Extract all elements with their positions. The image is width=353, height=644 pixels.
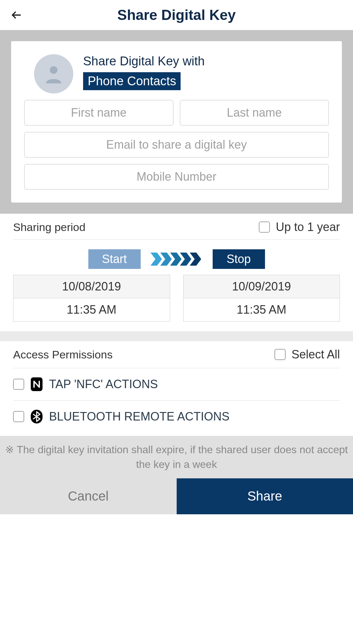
first-name-input[interactable] bbox=[24, 100, 173, 125]
bluetooth-label: BLUETOOTH REMOTE ACTIONS bbox=[49, 410, 229, 423]
cancel-button[interactable]: Cancel bbox=[0, 478, 177, 514]
share-with-label: Share Digital Key with bbox=[83, 54, 205, 68]
stop-button[interactable]: Stop bbox=[213, 249, 265, 269]
svg-marker-6 bbox=[190, 253, 201, 266]
phone-contacts-button[interactable]: Phone Contacts bbox=[83, 72, 181, 90]
sharing-period-section: Sharing period Up to 1 year Start Stop 1… bbox=[0, 214, 353, 331]
stop-datetime[interactable]: 10/09/2019 11:35 AM bbox=[183, 275, 340, 322]
share-button[interactable]: Share bbox=[177, 478, 353, 514]
start-date[interactable]: 10/08/2019 bbox=[13, 275, 170, 298]
back-arrow-icon bbox=[10, 9, 22, 21]
header: Share Digital Key bbox=[0, 0, 353, 30]
svg-marker-2 bbox=[150, 253, 162, 266]
disclaimer-text: ※ The digital key invitation shall expir… bbox=[0, 436, 353, 478]
last-name-input[interactable] bbox=[180, 100, 329, 125]
stop-date[interactable]: 10/09/2019 bbox=[184, 275, 340, 298]
back-button[interactable] bbox=[10, 8, 23, 22]
bluetooth-icon bbox=[30, 410, 43, 423]
select-all-label: Select All bbox=[291, 348, 340, 361]
person-icon bbox=[42, 62, 65, 85]
up-to-year-label: Up to 1 year bbox=[276, 220, 340, 234]
avatar bbox=[34, 54, 73, 93]
nfc-permission-row: TAP 'NFC' ACTIONS bbox=[13, 368, 340, 400]
bluetooth-checkbox[interactable] bbox=[13, 411, 24, 422]
svg-marker-5 bbox=[180, 253, 191, 266]
permissions-section: Access Permissions Select All TAP 'NFC' … bbox=[0, 341, 353, 436]
nfc-icon bbox=[30, 378, 43, 391]
start-time[interactable]: 11:35 AM bbox=[13, 298, 170, 321]
up-to-year-checkbox[interactable] bbox=[259, 222, 270, 233]
contact-section: Share Digital Key with Phone Contacts bbox=[0, 30, 353, 214]
nfc-checkbox[interactable] bbox=[13, 379, 24, 390]
sharing-period-label: Sharing period bbox=[13, 221, 85, 234]
chevron-arrows-icon bbox=[150, 253, 203, 266]
permissions-label: Access Permissions bbox=[13, 348, 113, 361]
email-input[interactable] bbox=[24, 132, 329, 157]
svg-point-1 bbox=[50, 66, 57, 74]
start-button[interactable]: Start bbox=[88, 249, 141, 269]
bottom-buttons: Cancel Share bbox=[0, 478, 353, 514]
select-all-checkbox[interactable] bbox=[274, 349, 286, 360]
mobile-input[interactable] bbox=[24, 164, 329, 190]
svg-marker-3 bbox=[160, 253, 172, 266]
start-datetime[interactable]: 10/08/2019 11:35 AM bbox=[13, 275, 170, 322]
nfc-label: TAP 'NFC' ACTIONS bbox=[49, 377, 158, 391]
page-title: Share Digital Key bbox=[23, 7, 330, 23]
stop-time[interactable]: 11:35 AM bbox=[184, 298, 340, 321]
contact-card: Share Digital Key with Phone Contacts bbox=[11, 41, 342, 203]
spacer bbox=[0, 331, 353, 341]
bluetooth-permission-row: BLUETOOTH REMOTE ACTIONS bbox=[13, 400, 340, 433]
svg-marker-4 bbox=[170, 253, 182, 266]
